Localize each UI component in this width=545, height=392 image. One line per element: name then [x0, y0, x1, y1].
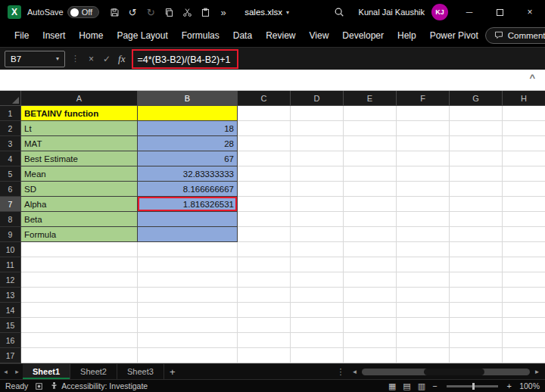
new-sheet-button[interactable]: +: [164, 366, 181, 378]
menu-item-power-pivot[interactable]: Power Pivot: [423, 24, 485, 47]
cell-D16[interactable]: [291, 333, 344, 348]
menu-item-help[interactable]: Help: [391, 24, 423, 47]
menu-item-view[interactable]: View: [303, 24, 336, 47]
row-header-7[interactable]: 7: [0, 197, 21, 212]
row-header-4[interactable]: 4: [0, 151, 21, 166]
cell-H13[interactable]: [503, 288, 545, 303]
cell-E4[interactable]: [344, 151, 397, 166]
cell-E14[interactable]: [344, 303, 397, 318]
insert-function-icon[interactable]: fx: [118, 53, 125, 65]
column-header-E[interactable]: E: [344, 91, 397, 106]
cell-F13[interactable]: [397, 288, 450, 303]
cell-F2[interactable]: [397, 121, 450, 136]
cell-C8[interactable]: [238, 212, 291, 227]
cell-B3[interactable]: 28: [138, 136, 238, 151]
zoom-slider-thumb[interactable]: [472, 383, 475, 390]
cell-H3[interactable]: [503, 136, 545, 151]
row-header-15[interactable]: 15: [0, 318, 21, 333]
cell-B2[interactable]: 18: [138, 121, 238, 136]
cell-C4[interactable]: [238, 151, 291, 166]
horizontal-scrollbar[interactable]: ◄ ►: [347, 369, 545, 375]
cell-B15[interactable]: [138, 318, 238, 333]
cell-H15[interactable]: [503, 318, 545, 333]
cell-H2[interactable]: [503, 121, 545, 136]
cell-C11[interactable]: [238, 257, 291, 272]
cell-G15[interactable]: [450, 318, 503, 333]
cell-B5[interactable]: 32.83333333: [138, 166, 238, 182]
cell-F16[interactable]: [397, 333, 450, 348]
cell-E9[interactable]: [344, 227, 397, 242]
row-header-14[interactable]: 14: [0, 303, 21, 318]
tab-scroll-left-icon[interactable]: ◂: [0, 368, 11, 375]
cell-D4[interactable]: [291, 151, 344, 166]
cell-A6[interactable]: SD: [21, 182, 138, 197]
zoom-out-button[interactable]: −: [432, 381, 437, 390]
cell-A2[interactable]: Lt: [21, 121, 138, 136]
cell-F17[interactable]: [397, 348, 450, 363]
comments-button[interactable]: Comments: [485, 27, 545, 44]
cell-B10[interactable]: [138, 242, 238, 257]
row-header-17[interactable]: 17: [0, 348, 21, 363]
cell-G12[interactable]: [450, 272, 503, 288]
cell-H9[interactable]: [503, 227, 545, 242]
cell-D3[interactable]: [291, 136, 344, 151]
cell-A5[interactable]: Mean: [21, 166, 138, 182]
cell-H1[interactable]: [503, 106, 545, 121]
name-box[interactable]: B7 ▾: [5, 51, 65, 67]
row-header-3[interactable]: 3: [0, 136, 21, 151]
cell-B14[interactable]: [138, 303, 238, 318]
cell-D12[interactable]: [291, 272, 344, 288]
cell-E10[interactable]: [344, 242, 397, 257]
cell-E8[interactable]: [344, 212, 397, 227]
cell-A12[interactable]: [21, 272, 138, 288]
cell-A1[interactable]: BETAINV function: [21, 106, 138, 121]
cell-D6[interactable]: [291, 182, 344, 197]
cell-E5[interactable]: [344, 166, 397, 182]
cell-E15[interactable]: [344, 318, 397, 333]
cell-G7[interactable]: [450, 197, 503, 212]
sheet-tab-sheet3[interactable]: Sheet3: [117, 364, 164, 379]
cell-H7[interactable]: [503, 197, 545, 212]
close-button[interactable]: ×: [515, 0, 545, 24]
row-header-8[interactable]: 8: [0, 212, 21, 227]
cell-A13[interactable]: [21, 288, 138, 303]
cell-G17[interactable]: [450, 348, 503, 363]
cell-G16[interactable]: [450, 333, 503, 348]
zoom-slider[interactable]: [447, 385, 498, 387]
column-header-F[interactable]: F: [397, 91, 450, 106]
menu-item-developer[interactable]: Developer: [335, 24, 391, 47]
row-header-10[interactable]: 10: [0, 242, 21, 257]
cell-E6[interactable]: [344, 182, 397, 197]
cell-H17[interactable]: [503, 348, 545, 363]
account-button[interactable]: Kunal Jai Kaushik KJ: [359, 4, 454, 20]
menu-item-home[interactable]: Home: [72, 24, 110, 47]
maximize-button[interactable]: [484, 0, 515, 24]
row-header-13[interactable]: 13: [0, 288, 21, 303]
cell-C15[interactable]: [238, 318, 291, 333]
menu-item-review[interactable]: Review: [259, 24, 302, 47]
cell-C1[interactable]: [238, 106, 291, 121]
column-header-H[interactable]: H: [503, 91, 545, 106]
cell-B9[interactable]: [138, 227, 238, 242]
scrollbar-thumb[interactable]: [424, 369, 484, 375]
cell-B13[interactable]: [138, 288, 238, 303]
row-header-6[interactable]: 6: [0, 182, 21, 197]
minimize-button[interactable]: ─: [454, 0, 484, 24]
cell-H5[interactable]: [503, 166, 545, 182]
cell-B4[interactable]: 67: [138, 151, 238, 166]
cell-F7[interactable]: [397, 197, 450, 212]
filename-dropdown[interactable]: sales.xlsx ▾: [244, 8, 289, 17]
zoom-in-button[interactable]: +: [507, 381, 512, 390]
cell-G11[interactable]: [450, 257, 503, 272]
row-header-11[interactable]: 11: [0, 257, 21, 272]
cell-G1[interactable]: [450, 106, 503, 121]
sheet-tab-sheet1[interactable]: Sheet1: [23, 364, 70, 379]
cell-C6[interactable]: [238, 182, 291, 197]
column-header-C[interactable]: C: [238, 91, 291, 106]
cell-B6[interactable]: 8.166666667: [138, 182, 238, 197]
cell-A11[interactable]: [21, 257, 138, 272]
cell-F14[interactable]: [397, 303, 450, 318]
cell-B11[interactable]: [138, 257, 238, 272]
cell-F11[interactable]: [397, 257, 450, 272]
paste-icon[interactable]: [196, 2, 214, 23]
